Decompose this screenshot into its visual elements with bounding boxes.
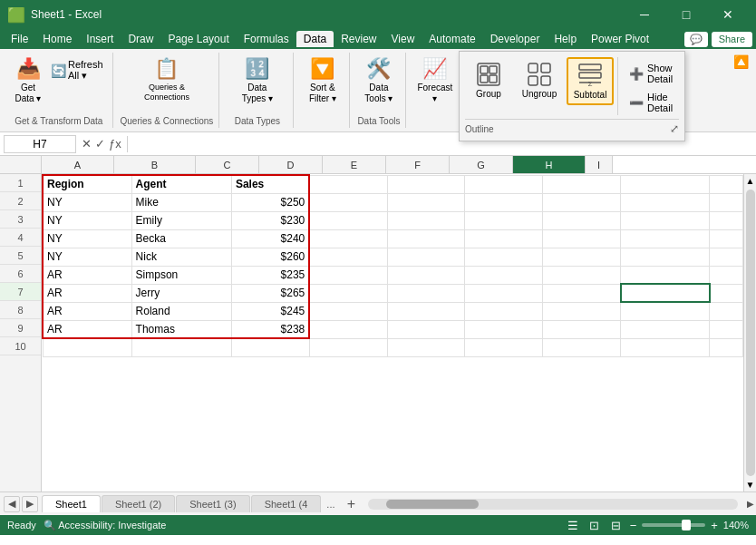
cell-I2[interactable] <box>710 193 743 211</box>
menu-file[interactable]: File <box>4 31 35 47</box>
cell-F3[interactable] <box>465 211 543 229</box>
row-num-1[interactable]: 1 <box>0 174 41 192</box>
row-num-9[interactable]: 9 <box>0 319 41 337</box>
cell-D5[interactable] <box>309 248 387 266</box>
minimize-button[interactable]: ─ <box>624 0 665 29</box>
row-num-10[interactable]: 10 <box>0 337 41 355</box>
cell-H5[interactable] <box>621 248 710 266</box>
cell-H1[interactable] <box>621 175 710 193</box>
cell-C9[interactable]: $238 <box>231 320 309 338</box>
cell-A7[interactable]: AR <box>43 284 131 302</box>
cell-D1[interactable] <box>309 175 387 193</box>
cell-G6[interactable] <box>543 266 621 284</box>
cell-E9[interactable] <box>387 320 465 338</box>
cell-D6[interactable] <box>309 266 387 284</box>
tab-nav-next[interactable]: ▶ <box>22 496 38 512</box>
cell-H8[interactable] <box>621 302 710 320</box>
queries-connections-button[interactable]: 📋 Queries &Connections <box>141 54 193 105</box>
row-num-6[interactable]: 6 <box>0 265 41 283</box>
row-num-7[interactable]: 7 <box>0 283 41 301</box>
name-box[interactable] <box>4 135 76 153</box>
group-button[interactable]: Group <box>465 57 512 103</box>
menu-draw[interactable]: Draw <box>121 31 160 47</box>
cell-F7[interactable] <box>465 284 543 302</box>
cell-F10[interactable] <box>465 338 543 356</box>
cell-C10[interactable] <box>231 338 309 356</box>
cell-D3[interactable] <box>309 211 387 229</box>
zoom-slider[interactable] <box>642 523 705 527</box>
sheet-tab-sheet1-2[interactable]: Sheet1 (2) <box>102 495 175 512</box>
cell-I1[interactable] <box>710 175 743 193</box>
status-accessibility[interactable]: 🔍 Accessibility: Investigate <box>44 520 167 531</box>
page-layout-view-icon[interactable]: ⊡ <box>586 517 603 533</box>
cell-D4[interactable] <box>309 229 387 248</box>
col-header-G[interactable]: G <box>450 156 513 173</box>
col-header-C[interactable]: C <box>196 156 259 173</box>
cell-B1[interactable]: Agent <box>131 175 231 193</box>
cell-H2[interactable] <box>621 193 710 211</box>
zoom-out-icon[interactable]: − <box>630 519 637 532</box>
col-header-H[interactable]: H <box>513 156 586 173</box>
sheet-tab-sheet1-4[interactable]: Sheet1 (4 <box>251 495 322 512</box>
cell-E3[interactable] <box>387 211 465 229</box>
cell-A4[interactable]: NY <box>43 229 131 248</box>
cell-G1[interactable] <box>543 175 621 193</box>
cell-G7[interactable] <box>543 284 621 302</box>
close-button[interactable]: ✕ <box>707 0 749 29</box>
cell-H7[interactable] <box>621 284 710 302</box>
cell-B8[interactable]: Roland <box>131 302 231 320</box>
col-header-E[interactable]: E <box>323 156 386 173</box>
col-header-I[interactable]: I <box>586 156 613 173</box>
menu-review[interactable]: Review <box>334 31 383 47</box>
col-header-F[interactable]: F <box>386 156 450 173</box>
cell-I8[interactable] <box>710 302 743 320</box>
cell-C5[interactable]: $260 <box>231 248 309 266</box>
row-num-3[interactable]: 3 <box>0 210 41 229</box>
page-break-view-icon[interactable]: ⊟ <box>608 517 625 533</box>
cell-E2[interactable] <box>387 193 465 211</box>
menu-developer[interactable]: Developer <box>483 31 548 47</box>
cell-G5[interactable] <box>543 248 621 266</box>
cell-A2[interactable]: NY <box>43 193 131 211</box>
cell-F1[interactable] <box>465 175 543 193</box>
ungroup-button[interactable]: Ungroup <box>516 57 563 103</box>
row-num-5[interactable]: 5 <box>0 247 41 265</box>
cell-E6[interactable] <box>387 266 465 284</box>
cell-B3[interactable]: Emily <box>131 211 231 229</box>
cell-G4[interactable] <box>543 229 621 248</box>
cell-B5[interactable]: Nick <box>131 248 231 266</box>
cell-A5[interactable]: NY <box>43 248 131 266</box>
data-types-button[interactable]: 🔢 DataTypes ▾ <box>238 54 276 107</box>
sheet-tab-add[interactable]: + <box>343 495 361 513</box>
col-header-B[interactable]: B <box>114 156 196 173</box>
cell-B6[interactable]: Simpson <box>131 266 231 284</box>
formula-confirm-icon[interactable]: ✓ <box>95 137 105 151</box>
zoom-in-icon[interactable]: + <box>711 519 718 532</box>
scroll-down-arrow[interactable]: ▼ <box>744 478 756 491</box>
cell-F5[interactable] <box>465 248 543 266</box>
menu-insert[interactable]: Insert <box>79 31 121 47</box>
vertical-scrollbar[interactable]: ▲ ▼ <box>743 174 756 491</box>
row-num-8[interactable]: 8 <box>0 301 41 319</box>
cell-A9[interactable]: AR <box>43 320 131 338</box>
cell-C2[interactable]: $250 <box>231 193 309 211</box>
forecast-button[interactable]: 📈 Forecast▾ <box>413 54 456 107</box>
cell-C6[interactable]: $235 <box>231 266 309 284</box>
normal-view-icon[interactable]: ☰ <box>565 517 581 533</box>
cell-G10[interactable] <box>543 338 621 356</box>
cell-A8[interactable]: AR <box>43 302 131 320</box>
row-num-4[interactable]: 4 <box>0 229 41 247</box>
menu-home[interactable]: Home <box>35 31 79 47</box>
cell-A3[interactable]: NY <box>43 211 131 229</box>
cell-H9[interactable] <box>621 320 710 338</box>
formula-insert-icon[interactable]: ƒx <box>109 137 121 151</box>
cell-B4[interactable]: Becka <box>131 229 231 248</box>
cell-B2[interactable]: Mike <box>131 193 231 211</box>
cell-E8[interactable] <box>387 302 465 320</box>
cell-E1[interactable] <box>387 175 465 193</box>
show-detail-button[interactable]: ➕ Show Detail <box>625 61 679 86</box>
cell-G8[interactable] <box>543 302 621 320</box>
cell-C1[interactable]: Sales <box>231 175 309 193</box>
cell-F2[interactable] <box>465 193 543 211</box>
cell-E4[interactable] <box>387 229 465 248</box>
